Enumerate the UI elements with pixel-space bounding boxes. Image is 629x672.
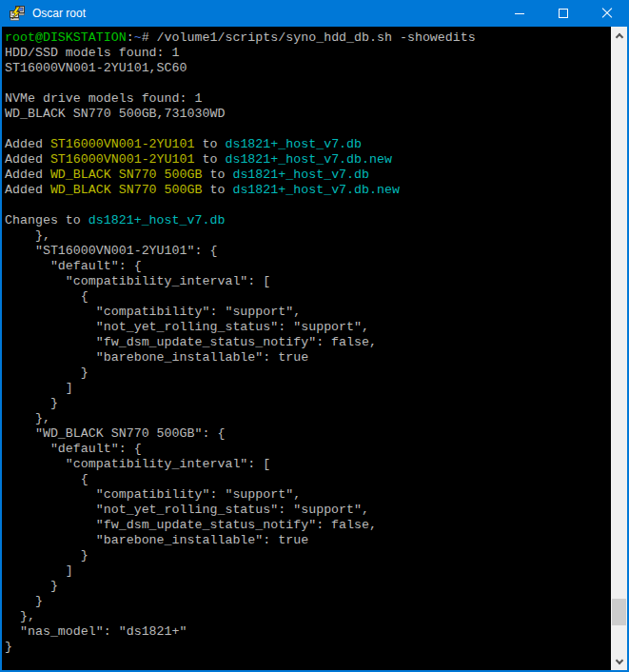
terminal-line (5, 198, 611, 213)
terminal-line: }, (5, 228, 611, 244)
terminal-line: ] (5, 381, 611, 396)
terminal-line: Added ST16000VN001-2YU101 to ds1821+_hos… (5, 137, 611, 152)
terminal-line: "default": { (5, 259, 611, 274)
minimize-button[interactable] (498, 0, 541, 27)
scrollbar[interactable] (611, 27, 627, 670)
terminal-line: { (5, 289, 611, 305)
terminal-line: NVMe drive models found: 1 (5, 91, 611, 107)
scroll-up-button[interactable] (611, 27, 627, 43)
terminal-line: "barebone_installable": true (5, 533, 611, 548)
terminal-line: "not_yet_rolling_status": "support", (5, 503, 611, 518)
maximize-icon (559, 9, 568, 18)
terminal-line: HDD/SSD models found: 1 (5, 46, 611, 61)
terminal-line: "barebone_installable": true (5, 350, 611, 366)
terminal-line: "compatibility_interval": [ (5, 274, 611, 289)
caption-buttons (498, 0, 629, 27)
putty-window: Oscar root root@DISKSTATION:~# /volume1/… (0, 0, 629, 672)
terminal-line: "compatibility_interval": [ (5, 457, 611, 472)
terminal-line: }, (5, 609, 611, 624)
terminal-line: ] (5, 563, 611, 579)
terminal-line: "compatibility": "support", (5, 305, 611, 320)
terminal-line: "not_yet_rolling_status": "support", (5, 320, 611, 335)
scroll-down-button[interactable] (611, 654, 627, 670)
terminal-line: "ST16000VN001-2YU101": { (5, 244, 611, 259)
window-title: Oscar root (32, 0, 498, 27)
scrollbar-thumb[interactable] (612, 599, 626, 625)
terminal-line: Changes to ds1821+_host_v7.db (5, 213, 611, 228)
terminal-line: } (5, 366, 611, 381)
terminal-line: }, (5, 411, 611, 426)
terminal-line: "nas_model": "ds1821+" (5, 624, 611, 640)
terminal-line: "WD_BLACK SN770 500GB": { (5, 426, 611, 442)
titlebar[interactable]: Oscar root (0, 0, 629, 27)
close-button[interactable] (585, 0, 629, 27)
terminal-line: } (5, 396, 611, 411)
chevron-down-icon (615, 656, 622, 663)
terminal-line: "default": { (5, 442, 611, 457)
terminal-line: Added WD_BLACK SN770 500GB to ds1821+_ho… (5, 183, 611, 198)
terminal-line: Added ST16000VN001-2YU101 to ds1821+_hos… (5, 152, 611, 168)
putty-icon[interactable] (9, 6, 26, 21)
terminal-line: } (5, 548, 611, 563)
maximize-button[interactable] (541, 0, 585, 27)
close-icon (601, 8, 613, 19)
window-content: root@DISKSTATION:~# /volume1/scripts/syn… (2, 27, 627, 670)
terminal-line (5, 122, 611, 137)
minimize-icon (515, 13, 524, 14)
terminal-line: } (5, 579, 611, 594)
terminal-line: } (5, 640, 611, 655)
terminal-line: WD_BLACK SN770 500GB,731030WD (5, 107, 611, 122)
terminal-screen[interactable]: root@DISKSTATION:~# /volume1/scripts/syn… (2, 27, 611, 670)
terminal-line: "fw_dsm_update_status_notify": false, (5, 335, 611, 350)
terminal-line: "compatibility": "support", (5, 487, 611, 503)
chevron-up-icon (615, 32, 622, 40)
terminal-line: "fw_dsm_update_status_notify": false, (5, 518, 611, 533)
terminal-line: { (5, 472, 611, 487)
terminal-line (5, 76, 611, 91)
terminal-line: root@DISKSTATION:~# /volume1/scripts/syn… (5, 30, 611, 46)
terminal-line: Added WD_BLACK SN770 500GB to ds1821+_ho… (5, 168, 611, 183)
terminal-line: } (5, 594, 611, 609)
terminal-line: ST16000VN001-2YU101,SC60 (5, 61, 611, 76)
